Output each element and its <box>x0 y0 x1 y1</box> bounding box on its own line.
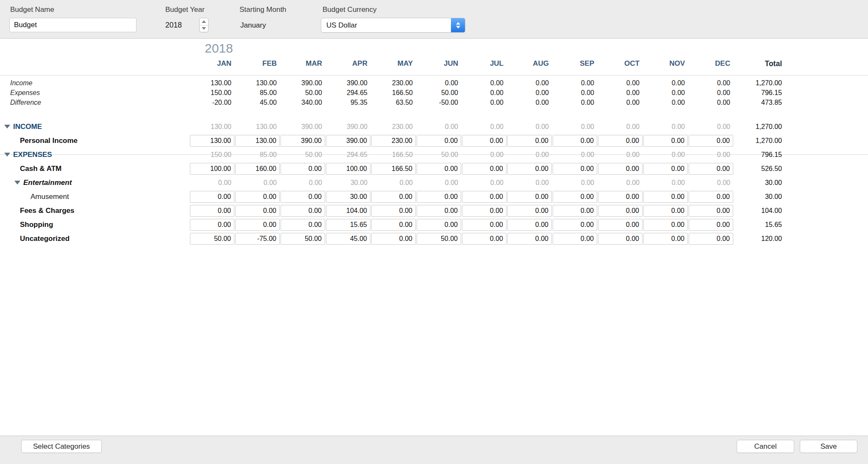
budget-name-label: Budget Name <box>10 6 54 14</box>
budget-cell-input[interactable] <box>281 205 325 217</box>
budget-cell-input[interactable] <box>689 191 733 203</box>
budget-cell-input[interactable] <box>326 219 370 231</box>
budget-cell-input[interactable] <box>371 191 416 203</box>
budget-cell-input[interactable] <box>190 135 234 147</box>
budget-cell-input[interactable] <box>462 233 506 245</box>
budget-cell-input[interactable] <box>507 205 552 217</box>
budget-cell-input[interactable] <box>235 219 280 231</box>
budget-cell-input[interactable] <box>553 163 597 175</box>
divider <box>0 75 868 75</box>
budget-cell-input[interactable] <box>190 233 234 245</box>
budget-cell-input[interactable] <box>190 219 234 231</box>
budget-cell-input[interactable] <box>643 135 688 147</box>
budget-cell-input[interactable] <box>326 163 370 175</box>
category-computed-value: 0.00 <box>462 123 507 131</box>
budget-cell-input[interactable] <box>553 135 597 147</box>
budget-cell-input[interactable] <box>507 191 552 203</box>
disclosure-triangle-icon[interactable] <box>4 125 10 129</box>
summary-value: 0.00 <box>643 99 688 106</box>
budget-cell-input[interactable] <box>417 233 461 245</box>
summary-value: 0.00 <box>688 89 734 97</box>
budget-cell-input[interactable] <box>598 163 643 175</box>
budget-cell-input[interactable] <box>507 233 552 245</box>
budget-cell-input[interactable] <box>235 163 280 175</box>
stepper-up-icon[interactable] <box>200 18 208 25</box>
budget-cell-input[interactable] <box>598 233 643 245</box>
budget-cell-input[interactable] <box>190 163 234 175</box>
budget-cell-input[interactable] <box>281 135 325 147</box>
budget-cell-input[interactable] <box>462 163 506 175</box>
budget-cell-input[interactable] <box>462 219 506 231</box>
budget-cell-input[interactable] <box>417 135 461 147</box>
save-button[interactable]: Save <box>800 440 857 453</box>
budget-cell-input[interactable] <box>643 163 688 175</box>
budget-cell-input[interactable] <box>643 191 688 203</box>
budget-name-input[interactable] <box>9 18 136 32</box>
budget-cell-input[interactable] <box>281 163 325 175</box>
budget-cell-input[interactable] <box>326 205 370 217</box>
budget-cell-input[interactable] <box>553 191 597 203</box>
budget-cell-input[interactable] <box>417 163 461 175</box>
budget-cell-input[interactable] <box>643 233 688 245</box>
budget-cell-input[interactable] <box>326 135 370 147</box>
budget-cell-input[interactable] <box>643 219 688 231</box>
budget-cell-input[interactable] <box>371 135 416 147</box>
budget-cell-input[interactable] <box>598 219 643 231</box>
summary-value: -20.00 <box>189 99 235 106</box>
budget-cell-input[interactable] <box>326 191 370 203</box>
budget-currency-select[interactable]: US Dollar <box>321 18 465 33</box>
budget-cell-input[interactable] <box>507 219 552 231</box>
budget-cell-input[interactable] <box>371 233 416 245</box>
budget-cell-input[interactable] <box>417 219 461 231</box>
summary-value: 130.00 <box>235 79 280 87</box>
budget-cell-input[interactable] <box>371 163 416 175</box>
budget-cell-input[interactable] <box>417 205 461 217</box>
budget-cell-input[interactable] <box>326 233 370 245</box>
select-categories-button[interactable]: Select Categories <box>21 440 102 453</box>
budget-cell-input[interactable] <box>190 191 234 203</box>
budget-cell-input[interactable] <box>689 233 733 245</box>
summary-value: 0.00 <box>643 89 688 97</box>
category-total: 120.00 <box>734 235 785 243</box>
budget-cell-input[interactable] <box>371 205 416 217</box>
disclosure-triangle-icon[interactable] <box>4 153 10 157</box>
starting-month-value[interactable]: January <box>240 21 266 30</box>
category-computed-value: 0.00 <box>598 179 643 187</box>
stepper-down-icon[interactable] <box>200 25 208 32</box>
budget-cell-input[interactable] <box>598 191 643 203</box>
budget-cell-input[interactable] <box>689 163 733 175</box>
budget-cell-input[interactable] <box>507 163 552 175</box>
budget-cell-input[interactable] <box>462 135 506 147</box>
budget-cell-input[interactable] <box>689 205 733 217</box>
budget-cell-input[interactable] <box>281 233 325 245</box>
budget-cell-input[interactable] <box>235 191 280 203</box>
budget-cell-input[interactable] <box>553 219 597 231</box>
category-computed-value: 130.00 <box>189 123 235 131</box>
budget-cell-input[interactable] <box>462 191 506 203</box>
budget-cell-input[interactable] <box>281 191 325 203</box>
budget-cell-input[interactable] <box>417 191 461 203</box>
budget-cell-input[interactable] <box>689 219 733 231</box>
disclosure-triangle-icon[interactable] <box>14 181 20 184</box>
cancel-button[interactable]: Cancel <box>737 440 794 453</box>
summary-value: 0.00 <box>507 79 552 87</box>
budget-cell-input[interactable] <box>553 205 597 217</box>
category-computed-value: 390.00 <box>326 123 371 131</box>
budget-cell-input[interactable] <box>235 205 280 217</box>
budget-cell-input[interactable] <box>553 233 597 245</box>
summary-value: 63.50 <box>371 99 416 106</box>
budget-cell-input[interactable] <box>281 219 325 231</box>
budget-settings-bar: Budget Name Budget Year 2018 Starting Mo… <box>0 0 868 39</box>
budget-cell-input[interactable] <box>643 205 688 217</box>
budget-cell-input[interactable] <box>190 205 234 217</box>
budget-cell-input[interactable] <box>235 233 280 245</box>
budget-cell-input[interactable] <box>507 135 552 147</box>
budget-year-stepper[interactable] <box>199 18 209 32</box>
budget-cell-input[interactable] <box>371 219 416 231</box>
budget-cell-input[interactable] <box>689 135 733 147</box>
budget-cell-input[interactable] <box>235 135 280 147</box>
budget-cell-input[interactable] <box>462 205 506 217</box>
category-computed-value: 0.00 <box>643 151 688 159</box>
budget-cell-input[interactable] <box>598 205 643 217</box>
budget-cell-input[interactable] <box>598 135 643 147</box>
